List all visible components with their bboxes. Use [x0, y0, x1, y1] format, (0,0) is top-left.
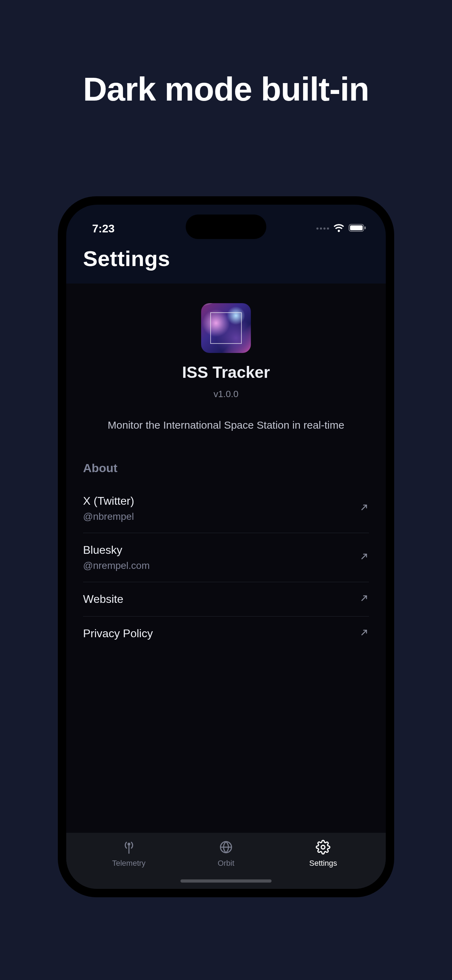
about-row-bluesky[interactable]: Bluesky @nrempel.com — [83, 533, 369, 582]
tab-label: Telemetry — [112, 859, 145, 868]
about-row-privacy[interactable]: Privacy Policy — [83, 617, 369, 651]
battery-icon — [349, 224, 366, 234]
about-section: About X (Twitter) @nbrempel Bluesky @nre… — [83, 461, 369, 651]
app-name: ISS Tracker — [182, 363, 270, 382]
about-row-title: X (Twitter) — [83, 495, 134, 508]
app-info: ISS Tracker v1.0.0 Monitor the Internati… — [83, 303, 369, 434]
home-indicator[interactable] — [180, 880, 272, 883]
about-row-title: Bluesky — [83, 544, 150, 557]
phone-frame: 7:23 Set — [58, 196, 394, 897]
status-indicators — [317, 224, 366, 234]
hero-title: Dark mode built-in — [0, 70, 452, 108]
settings-content: ISS Tracker v1.0.0 Monitor the Internati… — [66, 283, 386, 833]
dynamic-island — [186, 215, 266, 239]
about-row-subtitle: @nrempel.com — [83, 560, 150, 571]
svg-point-3 — [128, 843, 130, 845]
page-header: Settings — [66, 240, 386, 283]
about-row-subtitle: @nbrempel — [83, 511, 134, 522]
external-link-icon — [359, 503, 369, 514]
globe-icon — [219, 839, 233, 855]
about-row-title: Website — [83, 593, 123, 606]
svg-point-5 — [321, 845, 325, 849]
gear-icon — [316, 839, 330, 855]
external-link-icon — [359, 628, 369, 639]
svg-rect-1 — [350, 225, 363, 230]
page-title: Settings — [83, 246, 369, 271]
about-row-website[interactable]: Website — [83, 582, 369, 617]
wifi-icon — [333, 224, 344, 234]
tab-label: Settings — [309, 859, 337, 868]
about-row-twitter[interactable]: X (Twitter) @nbrempel — [83, 484, 369, 533]
tab-telemetry[interactable]: Telemetry — [80, 839, 177, 868]
svg-rect-2 — [364, 226, 366, 229]
about-row-title: Privacy Policy — [83, 627, 153, 640]
app-version: v1.0.0 — [214, 389, 239, 399]
app-icon — [201, 303, 251, 353]
tab-settings[interactable]: Settings — [275, 839, 372, 868]
antenna-icon — [122, 839, 136, 855]
external-link-icon — [359, 552, 369, 563]
tab-orbit[interactable]: Orbit — [177, 839, 274, 868]
external-link-icon — [359, 593, 369, 605]
tab-label: Orbit — [218, 859, 234, 868]
status-time: 7:23 — [92, 222, 115, 235]
phone-screen: 7:23 Set — [66, 205, 386, 889]
signal-icon — [317, 228, 329, 229]
app-description: Monitor the International Space Station … — [108, 417, 344, 434]
about-section-header: About — [83, 461, 369, 475]
